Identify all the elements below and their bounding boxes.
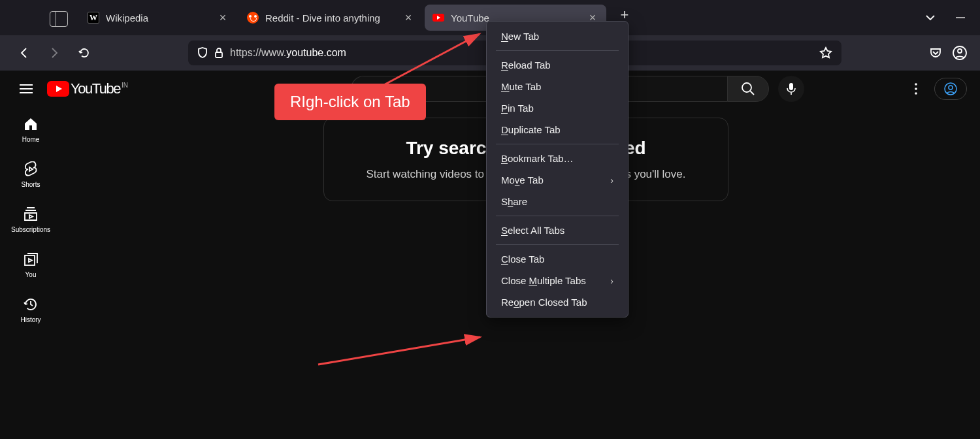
menu-item-share[interactable]: Share [487, 191, 628, 212]
svg-line-14 [318, 337, 480, 365]
reddit-icon [247, 12, 259, 24]
lock-icon [214, 47, 223, 59]
svg-point-8 [915, 88, 917, 90]
voice-search-button[interactable] [778, 76, 804, 102]
menu-separator [496, 244, 619, 245]
user-icon [944, 82, 957, 95]
sidebar-item-subscriptions[interactable]: Subscriptions [7, 197, 54, 242]
library-icon [23, 252, 39, 267]
menu-item-bookmark-tab[interactable]: Bookmark Tab… [487, 148, 628, 169]
menu-separator [496, 50, 619, 51]
sidebar-item-you[interactable]: You [7, 242, 54, 287]
tabs-dropdown-icon[interactable] [924, 14, 937, 21]
sidebar-toggle-icon[interactable] [50, 11, 68, 27]
sidebar-item-label: Shorts [22, 181, 41, 188]
svg-point-3 [958, 49, 962, 53]
close-icon[interactable]: × [217, 12, 229, 24]
youtube-play-icon [47, 81, 69, 97]
svg-point-7 [915, 83, 917, 86]
hamburger-menu-icon[interactable] [13, 76, 39, 102]
svg-point-4 [742, 83, 751, 92]
svg-rect-1 [216, 52, 222, 57]
pocket-icon[interactable] [929, 46, 942, 59]
tab-wikipedia[interactable]: W Wikipedia × [80, 5, 237, 31]
sidebar-item-label: Home [22, 136, 40, 143]
annotation-arrow-icon [312, 320, 488, 372]
country-code: IN [122, 82, 128, 89]
sidebar-item-home[interactable]: Home [7, 107, 54, 152]
menu-item-duplicate-tab[interactable]: Duplicate Tab [487, 119, 628, 140]
menu-item-mute-tab[interactable]: Mute Tab [487, 76, 628, 97]
menu-item-close-multiple-tabs[interactable]: Close Multiple Tabs› [487, 270, 628, 291]
tab-context-menu: New TabReload TabMute TabPin TabDuplicat… [486, 21, 629, 317]
forward-button[interactable] [43, 42, 65, 64]
subscriptions-icon [23, 206, 39, 222]
history-icon [23, 297, 39, 312]
menu-item-new-tab[interactable]: New Tab [487, 25, 628, 47]
menu-item-select-all-tabs[interactable]: Select All Tabs [487, 220, 628, 241]
tab-label: Reddit - Dive into anything [265, 12, 396, 24]
sidebar-item-label: Subscriptions [11, 226, 50, 233]
svg-point-11 [949, 86, 953, 89]
sidebar-item-label: You [25, 271, 37, 278]
annotation-label: RIgh-click on Tab [274, 84, 426, 120]
address-bar-right [929, 46, 967, 60]
home-icon [23, 116, 39, 132]
youtube-logo[interactable]: YouTube IN [47, 80, 128, 97]
menu-separator [496, 144, 619, 144]
search-button[interactable] [727, 76, 769, 102]
minimize-icon[interactable] [954, 17, 967, 18]
tab-reddit[interactable]: Reddit - Dive into anything × [239, 5, 422, 31]
search-icon [741, 82, 755, 96]
youtube-sidebar: Home Shorts Subscriptions You History [7, 107, 54, 333]
account-icon[interactable] [953, 46, 967, 60]
wikipedia-icon: W [88, 12, 99, 24]
tab-label: Wikipedia [106, 12, 210, 24]
chevron-right-icon: › [610, 276, 613, 286]
kebab-menu-icon[interactable] [909, 82, 923, 95]
mic-icon [787, 82, 796, 95]
sidebar-item-label: History [20, 316, 41, 323]
chevron-right-icon: › [610, 175, 613, 186]
url-text: https://www.youtube.com [230, 47, 346, 59]
youtube-icon [433, 12, 444, 24]
svg-point-9 [915, 92, 917, 95]
menu-item-close-tab[interactable]: Close Tab [487, 248, 628, 270]
reload-button[interactable] [73, 42, 95, 64]
svg-rect-6 [789, 83, 793, 90]
menu-item-reload-tab[interactable]: Reload Tab [487, 54, 628, 76]
youtube-wordmark: YouTube [71, 80, 120, 97]
sign-in-button[interactable] [934, 78, 967, 100]
sidebar-item-history[interactable]: History [7, 287, 54, 333]
menu-item-pin-tab[interactable]: Pin Tab [487, 97, 628, 119]
back-button[interactable] [13, 42, 35, 64]
close-icon[interactable]: × [402, 12, 414, 24]
bookmark-star-icon[interactable] [819, 46, 832, 59]
sidebar-item-shorts[interactable]: Shorts [7, 152, 54, 197]
menu-separator [496, 216, 619, 216]
window-controls [924, 14, 967, 21]
menu-item-reopen-closed-tab[interactable]: Reopen Closed Tab [487, 291, 628, 313]
menu-item-move-tab[interactable]: Move Tab› [487, 169, 628, 191]
svg-line-5 [750, 91, 754, 95]
shorts-icon [23, 161, 39, 177]
shield-icon [197, 47, 208, 59]
